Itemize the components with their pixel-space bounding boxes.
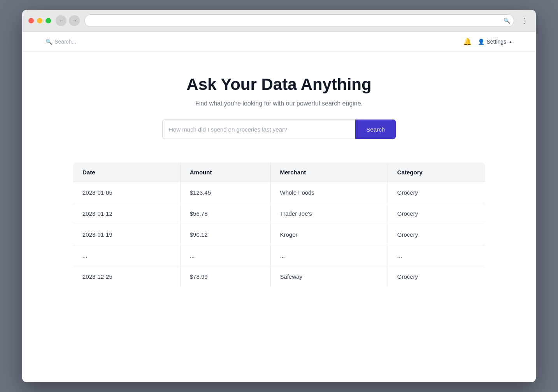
table-header-row: Date Amount Merchant Category [73, 163, 485, 182]
data-table-section: Date Amount Merchant Category 2023-01-05… [73, 162, 485, 287]
cell-merchant: Whole Foods [270, 182, 388, 203]
col-header-merchant: Merchant [270, 163, 388, 182]
header-search-wrapper: 🔍 [46, 39, 463, 45]
search-bar-wrapper: Search [162, 120, 396, 139]
col-header-category: Category [388, 163, 485, 182]
cell-date: ... [73, 245, 181, 266]
browser-chrome: ← → 🔍 ⋮ [22, 10, 536, 32]
col-header-amount: Amount [180, 163, 270, 182]
settings-label: Settings [487, 39, 507, 45]
table-row: 2023-01-12$56.78Trader Joe'sGrocery [73, 203, 485, 224]
minimize-button[interactable] [37, 18, 42, 23]
main-content: Ask Your Data Anything Find what you're … [22, 52, 536, 303]
cell-merchant: Safeway [270, 266, 388, 287]
cell-merchant: ... [270, 245, 388, 266]
header-search-icon: 🔍 [46, 39, 52, 45]
close-button[interactable] [28, 18, 34, 23]
forward-button[interactable]: → [69, 15, 80, 26]
cell-category: Grocery [388, 224, 485, 245]
hero-subtitle: Find what you're looking for with our po… [53, 100, 505, 107]
cell-amount: $90.12 [180, 224, 270, 245]
notification-icon[interactable]: 🔔 [463, 37, 472, 46]
address-bar[interactable] [84, 14, 514, 27]
browser-content: 🔍 🔔 👤 Settings ▲ Ask Your Data Anything … [22, 32, 536, 382]
cell-category: Grocery [388, 203, 485, 224]
hero-title: Ask Your Data Anything [53, 75, 505, 94]
cell-amount: $78.99 [180, 266, 270, 287]
search-button[interactable]: Search [355, 120, 396, 139]
settings-chevron-icon: ▲ [509, 40, 512, 44]
app-header: 🔍 🔔 👤 Settings ▲ [22, 32, 536, 52]
cell-category: Grocery [388, 182, 485, 203]
traffic-lights [28, 18, 51, 23]
cell-date: 2023-12-25 [73, 266, 181, 287]
cell-merchant: Trader Joe's [270, 203, 388, 224]
hero-section: Ask Your Data Anything Find what you're … [53, 75, 505, 139]
cell-category: Grocery [388, 266, 485, 287]
header-search-input[interactable] [54, 39, 132, 45]
settings-button[interactable]: 👤 Settings ▲ [478, 39, 513, 45]
table-row: 2023-01-19$90.12KrogerGrocery [73, 224, 485, 245]
col-header-date: Date [73, 163, 181, 182]
browser-window: ← → 🔍 ⋮ 🔍 🔔 👤 Settings ▲ [22, 10, 536, 382]
cell-amount: $56.78 [180, 203, 270, 224]
cell-amount: ... [180, 245, 270, 266]
table-row: ............ [73, 245, 485, 266]
header-actions: 🔔 👤 Settings ▲ [463, 37, 513, 46]
table-row: 2023-12-25$78.99SafewayGrocery [73, 266, 485, 287]
address-search-icon: 🔍 [504, 18, 510, 24]
nav-buttons: ← → [56, 15, 80, 26]
cell-date: 2023-01-05 [73, 182, 181, 203]
cell-merchant: Kroger [270, 224, 388, 245]
cell-amount: $123.45 [180, 182, 270, 203]
maximize-button[interactable] [46, 18, 51, 23]
settings-icon: 👤 [478, 39, 484, 45]
table-row: 2023-01-05$123.45Whole FoodsGrocery [73, 182, 485, 203]
more-options-button[interactable]: ⋮ [519, 15, 530, 26]
back-button[interactable]: ← [56, 15, 67, 26]
cell-category: ... [388, 245, 485, 266]
cell-date: 2023-01-19 [73, 224, 181, 245]
cell-date: 2023-01-12 [73, 203, 181, 224]
address-bar-wrapper: 🔍 [84, 14, 514, 27]
query-input[interactable] [162, 120, 355, 139]
data-table: Date Amount Merchant Category 2023-01-05… [73, 162, 485, 287]
